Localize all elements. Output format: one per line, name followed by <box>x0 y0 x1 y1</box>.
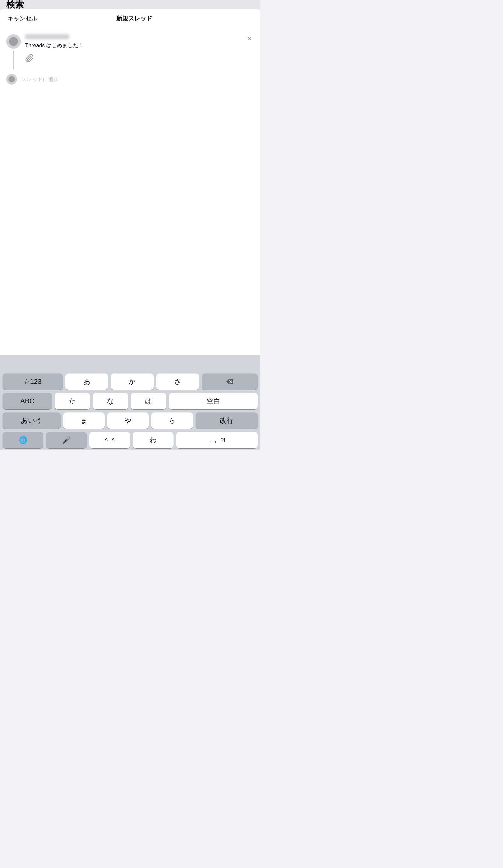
add-to-thread-row[interactable]: スレッドに追加 <box>0 70 260 85</box>
keyboard-top-bar <box>1 358 259 372</box>
key-delete[interactable] <box>202 373 258 390</box>
key-space[interactable]: 空白 <box>169 393 258 409</box>
thread-line <box>13 51 14 70</box>
key-ta[interactable]: た <box>55 393 90 409</box>
mic-icon: 🎤 <box>62 436 71 444</box>
key-caret[interactable]: ＾＾ <box>89 432 130 448</box>
top-background: 検索 <box>0 0 260 9</box>
modal-header: キャンセル 新規スレッド <box>0 9 260 28</box>
close-button[interactable]: ✕ <box>245 34 254 43</box>
keyboard-panel: ☆123 あ か さ <box>0 355 260 450</box>
key-ra[interactable]: ら <box>151 412 193 429</box>
attachment-icon[interactable] <box>25 54 254 63</box>
key-punctuation[interactable]: 、。?! <box>176 432 258 448</box>
key-enter[interactable]: 改行 <box>196 412 258 429</box>
key-aifu[interactable]: あいう <box>2 412 61 429</box>
thread-text[interactable]: Threads はじめました！ <box>25 42 254 49</box>
key-abc[interactable]: ABC <box>2 393 52 409</box>
key-sa[interactable]: さ <box>156 373 199 390</box>
keyboard: ☆123 あ か さ <box>0 355 260 450</box>
avatar-column <box>6 34 21 70</box>
key-wa[interactable]: わ <box>133 432 174 448</box>
keyboard-row-1: ☆123 あ か さ <box>2 373 258 390</box>
key-na[interactable]: な <box>93 393 128 409</box>
thread-row: Threads はじめました！ ✕ <box>6 34 254 70</box>
avatar-icon <box>9 37 18 46</box>
small-avatar-icon <box>9 76 15 82</box>
key-ya[interactable]: や <box>107 412 149 429</box>
avatar <box>6 34 21 49</box>
globe-icon: 🌐 <box>19 436 27 444</box>
small-avatar <box>6 74 17 85</box>
close-icon: ✕ <box>247 35 253 42</box>
key-globe[interactable]: 🌐 <box>2 432 43 448</box>
add-thread-placeholder[interactable]: スレッドに追加 <box>21 76 59 83</box>
cancel-button[interactable]: キャンセル <box>8 14 38 23</box>
keyboard-rows: ☆123 あ か さ <box>1 372 259 450</box>
key-mic[interactable]: 🎤 <box>46 432 87 448</box>
modal-title: 新規スレッド <box>116 14 152 23</box>
keyboard-row-3: あいう ま や ら 改行 <box>2 412 258 429</box>
key-ka[interactable]: か <box>111 373 154 390</box>
key-ma[interactable]: ま <box>63 412 105 429</box>
compose-area: Threads はじめました！ ✕ <box>0 28 260 70</box>
key-ha[interactable]: は <box>131 393 166 409</box>
keyboard-row-2: ABC た な は 空白 <box>2 393 258 409</box>
keyboard-row-4: 🌐 🎤 ＾＾ わ 、。?! <box>2 432 258 448</box>
key-a[interactable]: あ <box>65 373 109 390</box>
username-blur <box>25 34 69 39</box>
compose-content: Threads はじめました！ <box>25 34 254 70</box>
key-123[interactable]: ☆123 <box>2 373 63 390</box>
